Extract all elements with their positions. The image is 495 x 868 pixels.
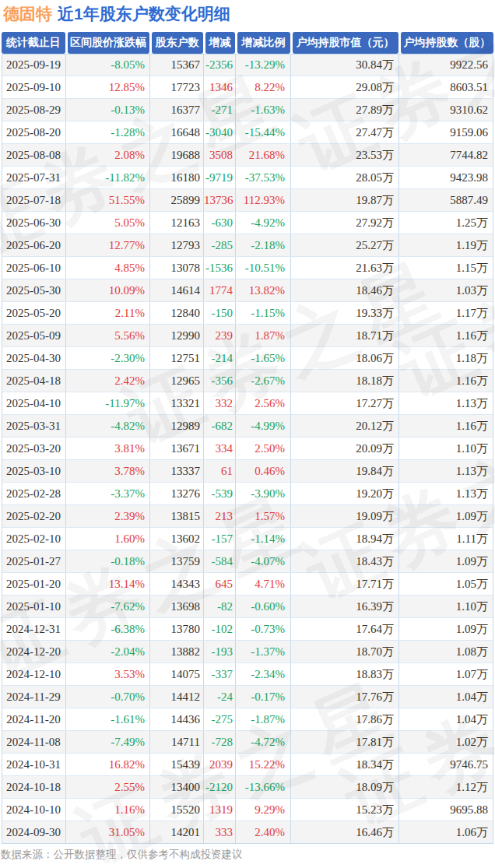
avg-shares-cell: 9695.88 — [399, 799, 493, 821]
table-row: 2025-01-2013.14%143436454.71%17.71万1.05万 — [2, 573, 493, 596]
delta-pct-cell: -1.15% — [236, 302, 291, 324]
table-row: 2024-10-3116.82%15439203915.22%18.34万974… — [2, 754, 493, 776]
table-row: 2025-04-30-2.30%12751-214-1.65%18.06万1.1… — [2, 347, 493, 370]
holders-cell: 13400 — [150, 776, 204, 798]
avg-value-cell: 27.47万 — [291, 121, 399, 143]
avg-value-cell: 18.46万 — [291, 279, 399, 301]
price-change-cell: -2.04% — [66, 641, 150, 662]
avg-value-cell: 18.94万 — [291, 528, 399, 550]
avg-shares-cell: 1.17万 — [399, 302, 493, 324]
table-row: 2025-07-31-11.82%16180-9719-37.53%28.05万… — [2, 167, 493, 189]
date-cell: 2025-09-10 — [2, 76, 66, 98]
avg-shares-cell: 1.05万 — [399, 573, 493, 595]
avg-value-cell: 19.33万 — [291, 302, 399, 324]
delta-cell: 332 — [204, 392, 236, 414]
delta-cell: 2039 — [204, 754, 236, 775]
delta-pct-cell: -2.18% — [236, 234, 291, 256]
price-change-cell: -11.82% — [66, 167, 150, 188]
delta-pct-cell: 4.71% — [236, 573, 291, 595]
price-change-cell: 2.55% — [66, 776, 150, 798]
delta-pct-cell: -2.34% — [236, 663, 291, 685]
delta-cell: 645 — [204, 573, 236, 595]
date-cell: 2024-09-30 — [2, 821, 66, 844]
avg-value-cell: 17.64万 — [291, 618, 399, 640]
holders-cell: 12840 — [150, 302, 204, 324]
avg-shares-cell: 9159.06 — [399, 121, 493, 143]
table-row: 2025-05-202.11%12840-150-1.15%19.33万1.17… — [2, 302, 493, 325]
avg-shares-cell: 9746.75 — [399, 754, 493, 775]
date-cell: 2025-02-28 — [2, 483, 66, 504]
price-change-cell: 12.77% — [66, 234, 150, 256]
price-change-cell: 4.85% — [66, 257, 150, 279]
price-change-cell: -8.05% — [66, 54, 150, 76]
date-cell: 2024-10-18 — [2, 776, 66, 798]
delta-pct-cell: 15.22% — [236, 754, 291, 775]
price-change-cell: 13.14% — [66, 573, 150, 595]
avg-shares-cell: 1.08万 — [399, 641, 493, 662]
column-header-holder_count: 股东户数 — [150, 32, 204, 54]
holders-cell: 12751 — [150, 347, 204, 369]
price-change-cell: -6.38% — [66, 618, 150, 640]
holders-cell: 13815 — [150, 505, 204, 527]
avg-shares-cell: 8603.51 — [399, 76, 493, 98]
avg-value-cell: 17.81万 — [291, 731, 399, 753]
date-cell: 2024-10-31 — [2, 754, 66, 775]
avg-shares-cell: 1.18万 — [399, 347, 493, 369]
avg-shares-cell: 1.09万 — [399, 618, 493, 640]
holders-cell: 13780 — [150, 618, 204, 640]
avg-value-cell: 27.89万 — [291, 99, 399, 121]
avg-value-cell: 18.06万 — [291, 347, 399, 369]
date-cell: 2024-11-20 — [2, 708, 66, 730]
holders-cell: 13759 — [150, 550, 204, 572]
holders-cell: 14343 — [150, 573, 204, 595]
avg-shares-cell: 1.16万 — [399, 325, 493, 346]
delta-cell: -9719 — [204, 167, 236, 188]
date-cell: 2025-03-10 — [2, 460, 66, 482]
delta-cell: -539 — [204, 483, 236, 504]
delta-pct-cell: -1.37% — [236, 641, 291, 662]
column-header-label: 户均持股市值（元） — [293, 32, 398, 54]
date-cell: 2025-06-20 — [2, 234, 66, 256]
holders-cell: 12989 — [150, 415, 204, 437]
delta-pct-cell: 112.93% — [236, 189, 291, 211]
price-change-cell: -3.37% — [66, 483, 150, 504]
table-row: 2025-03-203.81%136713342.50%20.09万1.10万 — [2, 438, 493, 460]
table-row: 2024-11-20-1.61%14436-275-1.87%17.86万1.0… — [2, 708, 493, 731]
table-row: 2024-12-103.53%14075-337-2.34%18.83万1.07… — [2, 663, 493, 686]
avg-value-cell: 19.20万 — [291, 483, 399, 504]
column-header-date: 统计截止日 — [2, 32, 66, 54]
delta-cell: -1536 — [204, 257, 236, 279]
date-cell: 2025-05-20 — [2, 302, 66, 324]
table-row: 2025-09-19-8.05%15367-2356-13.29%30.84万9… — [2, 54, 493, 76]
avg-shares-cell: 1.07万 — [399, 663, 493, 685]
column-header-label: 增减 — [205, 32, 235, 54]
avg-shares-cell: 1.16万 — [399, 415, 493, 437]
table-row: 2025-02-202.39%138152131.57%19.09万1.09万 — [2, 505, 493, 528]
holders-cell: 17723 — [150, 76, 204, 98]
avg-shares-cell: 9922.56 — [399, 54, 493, 76]
avg-shares-cell: 1.02万 — [399, 731, 493, 753]
delta-cell: -157 — [204, 528, 236, 550]
date-cell: 2025-04-18 — [2, 370, 66, 392]
delta-cell: -2356 — [204, 54, 236, 76]
table-row: 2025-02-28-3.37%13276-539-3.90%19.20万1.1… — [2, 483, 493, 505]
column-header-label: 统计截止日 — [2, 32, 65, 54]
avg-shares-cell: 1.06万 — [399, 821, 493, 844]
page-title: 德固特近1年股东户数变化明细 — [3, 3, 230, 25]
price-change-cell: -0.18% — [66, 550, 150, 572]
delta-pct-cell: -1.65% — [236, 347, 291, 369]
date-cell: 2024-12-10 — [2, 663, 66, 685]
holders-cell: 12163 — [150, 212, 204, 234]
table-row: 2025-01-10-7.62%13698-82-0.60%16.39万1.10… — [2, 596, 493, 618]
delta-cell: -214 — [204, 347, 236, 369]
holders-cell: 13698 — [150, 596, 204, 617]
date-cell: 2024-10-10 — [2, 799, 66, 821]
table-row: 2024-12-31-6.38%13780-102-0.73%17.64万1.0… — [2, 618, 493, 641]
table-row: 2024-09-3031.05%142013332.40%16.46万1.06万 — [2, 821, 493, 844]
holders-cell: 13882 — [150, 641, 204, 662]
avg-shares-cell: 1.09万 — [399, 550, 493, 572]
avg-shares-cell: 1.19万 — [399, 234, 493, 256]
delta-pct-cell: -0.60% — [236, 596, 291, 617]
date-cell: 2024-12-31 — [2, 618, 66, 640]
table-row: 2025-08-20-1.28%16648-3040-15.44%27.47万9… — [2, 121, 493, 144]
